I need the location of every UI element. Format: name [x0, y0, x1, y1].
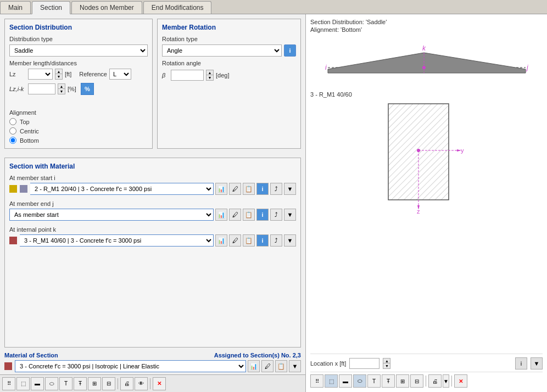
beta-input[interactable]: 0.00	[171, 70, 204, 81]
member-start-chart-icon[interactable]: 📊	[215, 183, 227, 195]
rt-btn-6[interactable]: Ŧ	[382, 374, 395, 388]
location-info-btn[interactable]: i	[515, 357, 527, 369]
beta-row: β 0.00 ▲ ▼ [deg]	[162, 70, 296, 81]
cross-section-container: y z	[310, 101, 543, 354]
distribution-type-select[interactable]: Saddle Linear Tapered	[9, 44, 148, 57]
internal-point-move-icon[interactable]: ⤴	[270, 234, 282, 247]
tab-section[interactable]: Section	[32, 1, 70, 14]
toolbar-btn-7[interactable]: ⊞	[88, 377, 101, 390]
info-line-1: Section Distribution: 'Saddle'	[310, 19, 543, 25]
member-start-edit-icon[interactable]: 🖊	[229, 183, 241, 195]
tab-bar: Main Section Nodes on Member End Modific…	[0, 0, 547, 14]
toolbar-sep-1	[118, 378, 118, 389]
member-end-filter-icon[interactable]: ▼	[284, 209, 296, 221]
rotation-info-button[interactable]: i	[284, 44, 296, 57]
member-start-copy-icon[interactable]: 📋	[243, 183, 255, 195]
alignment-bottom-label: Bottom	[20, 137, 39, 144]
tab-nodes-on-member[interactable]: Nodes on Member	[71, 1, 142, 14]
alignment-centric[interactable]: Centric	[9, 127, 148, 135]
beta-spin-down[interactable]: ▼	[206, 75, 214, 81]
toolbar-btn-1[interactable]: ⠿	[2, 377, 15, 390]
location-filter-btn[interactable]: ▼	[531, 357, 543, 369]
toolbar-btn-2[interactable]: ⬚	[16, 377, 30, 390]
toolbar-btn-8[interactable]: ⊟	[102, 377, 115, 390]
material-chart-icon[interactable]: 📊	[248, 360, 260, 372]
alignment-centric-label: Centric	[20, 128, 39, 135]
material-edit-icon[interactable]: 🖊	[261, 360, 274, 372]
lz-spin-down[interactable]: ▼	[55, 74, 63, 80]
location-spin-down[interactable]: ▼	[383, 363, 390, 369]
percent-button[interactable]: %	[81, 83, 94, 95]
rt-btn-1[interactable]: ⠿	[310, 374, 323, 388]
member-rotation-panel: Member Rotation Rotation type Angle User…	[157, 19, 301, 149]
location-input[interactable]: 0.00	[349, 358, 379, 369]
toolbar-btn-print[interactable]: 🖨	[120, 377, 133, 390]
material-filter-icon[interactable]: ▼	[289, 360, 301, 372]
toolbar-btn-4[interactable]: ⬭	[45, 377, 58, 390]
location-spin: ▲ ▼	[383, 358, 390, 369]
member-start-select[interactable]: 2 - R_M1 20/40 | 3 - Concrete f'c = 3000…	[30, 183, 214, 195]
rt-btn-3[interactable]: ▬	[339, 374, 352, 388]
section-with-material-title: Section with Material	[9, 163, 296, 170]
lzik-spin-up[interactable]: ▲	[58, 83, 65, 89]
svg-point-6	[422, 66, 426, 69]
member-end-chart-icon[interactable]: 📊	[215, 209, 227, 221]
member-start-filter-icon[interactable]: ▼	[284, 183, 296, 195]
material-color-indicator	[4, 362, 12, 370]
material-of-section-select[interactable]: 3 - Concrete f'c = 3000 psi | Isotropic …	[15, 360, 246, 372]
tab-end-modifications[interactable]: End Modifications	[143, 1, 212, 14]
toolbar-btn-6[interactable]: Ŧ	[74, 377, 87, 390]
beta-spin-up[interactable]: ▲	[206, 70, 214, 75]
internal-point-copy-icon[interactable]: 📋	[243, 234, 255, 247]
section-with-material-panel: Section with Material At member start i …	[4, 158, 301, 348]
rt-btn-close[interactable]: ✕	[454, 374, 467, 388]
rt-btn-print-arrow: ▼	[443, 374, 449, 388]
member-end-row: At member end j As member start 📊 🖊 📋 i …	[9, 200, 296, 221]
toolbar-btn-preview[interactable]: 👁	[135, 377, 148, 390]
member-start-info-icon[interactable]: i	[256, 183, 269, 195]
internal-point-edit-icon[interactable]: 🖊	[229, 234, 241, 247]
lz-select[interactable]	[28, 69, 53, 80]
lz-label: Lz	[9, 71, 26, 77]
member-end-info-icon[interactable]: i	[256, 209, 269, 221]
location-spin-up[interactable]: ▲	[383, 358, 390, 363]
rt-btn-print[interactable]: 🖨	[428, 374, 442, 388]
lz-spin-up[interactable]: ▲	[55, 69, 63, 74]
main-container: Main Section Nodes on Member End Modific…	[0, 0, 547, 392]
rt-btn-8[interactable]: ⊟	[410, 374, 423, 388]
lz-unit: [ft]	[65, 71, 71, 77]
internal-point-chart-icon[interactable]: 📊	[215, 234, 227, 247]
rotation-type-select[interactable]: Angle User defined	[162, 44, 282, 57]
tab-main[interactable]: Main	[0, 1, 31, 14]
lzik-input[interactable]: 3.50	[28, 83, 55, 94]
member-end-edit-icon[interactable]: 🖊	[229, 209, 241, 221]
distribution-type-label: Distribution type	[9, 36, 148, 42]
alignment-bottom[interactable]: Bottom	[9, 137, 148, 144]
member-end-select[interactable]: As member start	[9, 209, 214, 221]
location-label: Location x [ft]	[310, 360, 346, 367]
lz-row: Lz ▲ ▼ [ft] Reference L	[9, 69, 148, 80]
member-start-move-icon[interactable]: ⤴	[270, 183, 282, 195]
left-panel: Section Distribution Distribution type S…	[0, 14, 306, 392]
rt-btn-print-drop[interactable]: ▼	[443, 374, 449, 388]
saddle-diagram-svg: i j k	[322, 37, 531, 87]
member-end-copy-icon[interactable]: 📋	[243, 209, 255, 221]
rt-btn-7[interactable]: ⊞	[396, 374, 409, 388]
material-copy-icon[interactable]: 📋	[275, 360, 287, 372]
internal-point-filter-icon[interactable]: ▼	[284, 234, 296, 247]
toolbar-btn-5[interactable]: T	[59, 377, 72, 390]
rt-btn-5[interactable]: T	[367, 374, 381, 388]
toolbar-btn-close[interactable]: ✕	[153, 377, 166, 390]
lzik-spin-down[interactable]: ▼	[58, 89, 65, 94]
alignment-top[interactable]: Top	[9, 118, 148, 125]
member-length-label: Member length/distances	[9, 60, 148, 66]
internal-point-label: At internal point k	[9, 226, 296, 233]
rt-sep-2	[451, 376, 452, 387]
member-end-move-icon[interactable]: ⤴	[270, 209, 282, 221]
rt-btn-4[interactable]: ⬭	[353, 374, 366, 388]
toolbar-btn-3[interactable]: ▬	[31, 377, 44, 390]
reference-select[interactable]: L	[109, 69, 131, 80]
internal-point-info-icon[interactable]: i	[256, 234, 269, 247]
internal-point-select[interactable]: 3 - R_M1 40/60 | 3 - Concrete f'c = 3000…	[20, 234, 214, 247]
rt-btn-2[interactable]: ⬚	[325, 374, 338, 388]
